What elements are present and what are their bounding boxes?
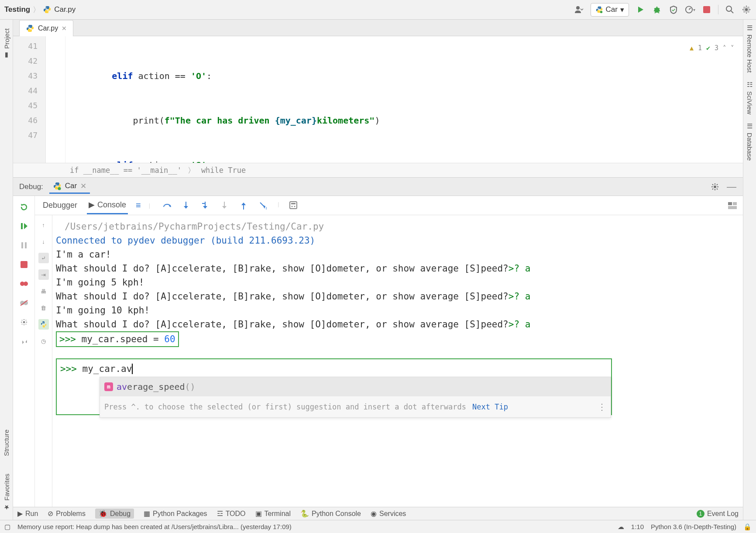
settings-button[interactable] [741,4,752,15]
next-tip-link[interactable]: Next Tip [472,400,508,414]
inspection-widget[interactable]: ▲1 ✔3 ˄ ˅ [690,41,734,55]
run-to-cursor-icon[interactable] [258,201,268,210]
code-area[interactable]: elif action == 'O': print(f"The car has … [65,36,743,163]
python-run-icon [595,6,603,14]
svg-point-19 [23,321,25,323]
user-dropdown-icon[interactable] [574,4,584,15]
python-prompt-icon[interactable] [38,319,49,330]
breadcrumb[interactable]: Testing 〉 Car.py [4,5,76,15]
step-into-icon[interactable] [182,201,191,210]
debug-button[interactable] [652,4,662,15]
terminal-toolwindow-button[interactable]: ▣Terminal [255,509,291,518]
step-into-my-code-icon[interactable] [201,201,210,210]
debug-session-tab[interactable]: Car ✕ [49,180,90,194]
svg-point-9 [58,187,61,190]
scroll-down-icon[interactable]: ↓ [38,236,49,247]
step-over-icon[interactable] [162,201,172,210]
editor-breadcrumb[interactable]: if __name__ == '__main__' 〉 while True [13,163,743,178]
evaluate-icon[interactable] [289,201,299,210]
view-breakpoints-icon[interactable] [18,278,30,289]
search-button[interactable] [725,4,735,15]
python-packages-button[interactable]: ▦Python Packages [144,509,207,518]
svg-rect-24 [728,202,732,205]
threads-icon[interactable]: ≡ [136,200,141,210]
debug-action-toolbar [13,196,35,507]
caret-position[interactable]: 1:10 [631,523,644,530]
debugger-connected: Connected to pydev debugger (build 211.6… [56,234,739,248]
event-log-button[interactable]: 1Event Log [697,510,739,518]
chevron-right-icon: 〉 [33,5,40,15]
step-out-icon[interactable] [239,201,249,210]
editor-tabs: Car.py ✕ [13,20,743,36]
completion-item[interactable]: m average_speed() [100,377,611,396]
stop-icon[interactable] [18,259,30,270]
console-tab[interactable]: ▶Console [87,196,128,214]
breadcrumb-file[interactable]: Car.py [54,5,76,14]
background-tasks-icon[interactable]: ☁ [618,523,624,531]
run-config-selector[interactable]: Car ▾ [591,3,629,17]
todo-icon: ☲ [217,509,223,518]
python-icon: 🐍 [300,509,309,518]
sciview-button[interactable]: ☷SciView [746,81,754,114]
breadcrumb-project[interactable]: Testing [4,5,30,14]
chevron-up-icon[interactable]: ˄ [723,41,726,55]
soft-wrap-icon[interactable]: ⤶ [38,253,49,263]
history-icon[interactable]: ◷ [38,336,49,346]
debug-title: Debug: [19,182,43,191]
line-number: 42 [13,54,45,69]
editor-tab-car[interactable]: Car.py ✕ [19,20,73,36]
services-icon: ◉ [371,509,377,518]
project-toolwindow-button[interactable]: ▮Project [3,24,10,64]
clear-icon[interactable]: 🗑 [38,303,49,313]
chevron-down-icon[interactable]: ˅ [731,41,734,55]
pin-icon[interactable] [18,336,30,347]
services-toolwindow-button[interactable]: ◉Services [371,509,406,518]
svg-point-16 [24,282,28,286]
scroll-to-end-icon[interactable]: ⇥ [38,269,49,280]
stop-button[interactable] [701,4,712,15]
console-input[interactable]: >>> my_car.av m average_speed() Press ^.… [56,358,612,415]
problems-toolwindow-button[interactable]: ⊘Problems [48,509,86,518]
hide-panel-icon[interactable]: — [726,182,737,192]
pause-icon[interactable] [18,240,30,251]
more-icon[interactable]: ⋮ [598,400,606,414]
python-console-button[interactable]: 🐍Python Console [300,509,361,518]
crumb-if[interactable]: if __name__ == '__main__' [70,166,182,175]
python-interpreter[interactable]: Python 3.6 (In-Depth-Testing) [651,523,736,530]
debug-toolwindow-button[interactable]: 🐞Debug [95,509,134,519]
structure-toolwindow-button[interactable]: Structure [3,425,10,461]
resume-icon[interactable] [18,220,30,232]
database-button[interactable]: ☰Database [746,122,754,161]
line-number: 47 [13,128,45,143]
mute-breakpoints-icon[interactable] [18,297,30,309]
todo-toolwindow-button[interactable]: ☲TODO [217,509,246,518]
run-button[interactable] [635,4,646,15]
remote-host-button[interactable]: ☰Remote Host [746,24,754,73]
force-step-into-icon[interactable] [220,201,230,210]
debug-more-settings-icon[interactable] [18,316,30,328]
fold-column[interactable] [46,36,65,163]
lock-icon[interactable]: 🔒 [743,523,752,531]
close-icon[interactable]: ✕ [80,182,86,191]
debug-settings-icon[interactable] [710,182,720,192]
code-editor[interactable]: 41 42 43 44 45 46 47 elif action == 'O':… [13,36,743,163]
step-actions: | [162,201,298,210]
left-rail: ▮Project Structure ★Favorites [0,20,13,520]
completion-popup[interactable]: m average_speed() Press ^. to choose the… [100,377,611,418]
console-text[interactable]: /Users/jetbrains/PycharmProjects/Testing… [52,215,743,507]
check-icon: ✔ [706,41,710,55]
scroll-up-icon[interactable]: ↑ [38,220,49,230]
coverage-button[interactable] [668,4,679,15]
run-toolwindow-button[interactable]: ▶Run [17,509,38,518]
profile-button[interactable]: ▾ [685,4,695,15]
crumb-while[interactable]: while True [201,166,246,175]
debugger-tab[interactable]: Debugger [41,197,79,213]
favorites-toolwindow-button[interactable]: ★Favorites [3,469,10,516]
layout-settings-icon[interactable] [728,202,737,209]
line-gutter: 41 42 43 44 45 46 47 [13,36,46,163]
rerun-icon[interactable] [18,201,30,213]
status-menu-icon[interactable]: ▢ [4,523,10,531]
print-icon[interactable]: 🖶 [38,286,49,296]
svg-rect-6 [703,6,710,13]
close-icon[interactable]: ✕ [62,25,67,32]
